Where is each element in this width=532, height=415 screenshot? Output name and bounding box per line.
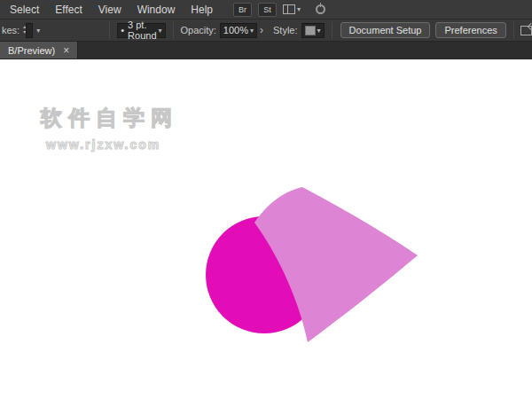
brush-definition-dropdown[interactable]: • 3 pt. Round ▾	[117, 23, 165, 38]
selection-tool-control[interactable]: ▾	[520, 26, 532, 35]
chevron-down-icon: ▾	[250, 27, 254, 35]
arrange-documents-control[interactable]: ▾	[283, 4, 301, 14]
opacity-dropdown[interactable]: 100% ▾	[220, 23, 257, 38]
chevron-down-icon: ▾	[317, 27, 321, 35]
chevron-down-icon: ▾	[158, 27, 161, 35]
opacity-label: Opacity:	[181, 25, 216, 35]
separator	[332, 22, 332, 39]
document-setup-button[interactable]: Document Setup	[340, 22, 431, 38]
opacity-flyout-chevron-icon[interactable]: ›	[260, 24, 263, 36]
separator	[513, 22, 514, 39]
stroke-weight-dropdown-icon[interactable]: ▾	[36, 27, 40, 35]
app-bar-icons: Br St ▾	[233, 3, 325, 17]
menu-item-view[interactable]: View	[90, 0, 129, 20]
control-bar: kes: ▴ ▾ ▾ • 3 pt. Round ▾ Opacity: 100%…	[0, 20, 532, 42]
transform-icon	[520, 26, 532, 35]
close-icon[interactable]: ×	[63, 45, 69, 56]
cs-live-icon[interactable]	[316, 4, 325, 14]
separator	[109, 22, 110, 39]
menu-item-effect[interactable]: Effect	[47, 0, 90, 20]
menu-bar: Select Effect View Window Help Br St ▾	[0, 0, 532, 20]
arrange-documents-icon	[283, 4, 295, 14]
style-dropdown[interactable]: ▾	[301, 23, 325, 38]
document-tab-bar: B/Preview) ×	[0, 42, 532, 59]
artwork-svg	[0, 59, 532, 414]
chevron-down-icon: ▾	[297, 5, 301, 13]
artboard-canvas[interactable]: 软件自学网 www.rjzxw.com	[0, 59, 532, 414]
preferences-button[interactable]: Preferences	[435, 22, 505, 38]
menu-item-window[interactable]: Window	[129, 0, 184, 20]
stroke-label: kes:	[2, 25, 20, 35]
bridge-icon[interactable]: Br	[233, 3, 252, 17]
menu-item-help[interactable]: Help	[183, 0, 221, 20]
document-tab-label: B/Preview)	[8, 45, 55, 56]
stock-icon[interactable]: St	[258, 3, 277, 17]
brush-dot-icon: •	[121, 25, 124, 35]
document-tab[interactable]: B/Preview) ×	[0, 42, 78, 59]
style-label: Style:	[273, 25, 298, 35]
brush-definition-value: 3 pt. Round	[128, 20, 156, 41]
style-swatch	[305, 26, 316, 35]
menu-item-select[interactable]: Select	[2, 0, 47, 20]
stroke-weight-field[interactable]	[26, 23, 33, 38]
opacity-value: 100%	[223, 25, 248, 35]
separator	[173, 22, 174, 39]
